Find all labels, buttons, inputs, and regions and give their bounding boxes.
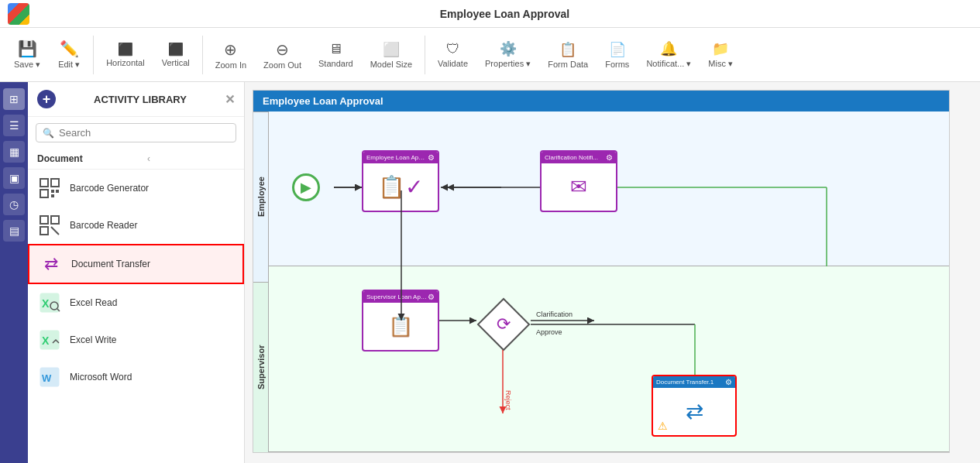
forms-button[interactable]: 📄 Forms <box>597 38 637 72</box>
misc-button[interactable]: 📁 Misc ▾ <box>700 37 741 72</box>
start-icon: ▶ <box>301 179 311 196</box>
activity-panel: + ACTIVITY LIBRARY ✕ 🔍 Document ‹ <box>28 82 245 463</box>
activity-list: Barcode Generator Barcode Reader ⇄ Docum… <box>28 170 244 463</box>
app-logo <box>8 3 29 25</box>
task-clarif-icon: ✉ <box>570 175 587 199</box>
task-loan-icon: 📋✓ <box>378 174 423 200</box>
activity-panel-header: + ACTIVITY LIBRARY ✕ <box>28 82 244 117</box>
form-data-button[interactable]: 📋 Form Data <box>540 38 596 72</box>
task-employee-loan[interactable]: Employee Loan Approv... ⚙ 📋✓ <box>362 150 439 212</box>
lane-labels: Employee Supervisor <box>253 111 269 452</box>
lane-label-employee: Employee <box>253 111 268 282</box>
svg-rect-6 <box>40 216 48 224</box>
zoom-in-label: Zoom In <box>215 60 246 70</box>
close-panel-button[interactable]: ✕ <box>225 92 235 107</box>
canvas-area[interactable]: Employee Loan Approval Employee Supervis… <box>245 82 980 463</box>
page-title: Employee Loan Approval <box>37 8 972 20</box>
notifications-button[interactable]: 🔔 Notificat... ▾ <box>638 37 699 72</box>
edit-button[interactable]: ✏️ Edit ▾ <box>50 36 88 73</box>
notifications-icon: 🔔 <box>660 40 677 57</box>
form-data-icon: 📋 <box>559 41 576 58</box>
standard-button[interactable]: 🖥 Standard <box>311 38 361 71</box>
ms-word-label: Microsoft Word <box>70 372 132 382</box>
sidebar-icon-qr[interactable]: ▣ <box>3 167 25 189</box>
lane-supervisor: Supervisor Loan Appr... ⚙ 📋 <box>269 266 949 452</box>
separator <box>93 36 94 74</box>
process-title: Employee Loan Approval <box>253 91 949 111</box>
task-loan-gear[interactable]: ⚙ <box>428 153 435 162</box>
svg-text:Reject: Reject <box>504 390 512 410</box>
separator-2 <box>202 36 203 74</box>
collapse-panel-button[interactable]: ‹ <box>147 153 150 164</box>
svg-rect-7 <box>51 216 59 224</box>
standard-label: Standard <box>318 59 353 68</box>
header-bar: Employee Loan Approval <box>0 0 980 28</box>
task-doc-gear[interactable]: ⚙ <box>725 378 732 386</box>
activity-item-ms-word[interactable]: W Microsoft Word <box>28 358 244 396</box>
zoom-in-icon: ⊕ <box>224 40 237 59</box>
sidebar-icon-table[interactable]: ▦ <box>3 141 25 163</box>
task-doc-icon: ⇄ <box>686 399 703 424</box>
task-sup-gear[interactable]: ⚙ <box>428 293 435 301</box>
horizontal-label: Horizontal <box>106 58 145 67</box>
save-button[interactable]: 💾 Save ▾ <box>6 36 48 73</box>
separator-3 <box>425 36 425 74</box>
task-clarif-label: Clarification Notifi... <box>545 154 598 161</box>
forms-icon: 📄 <box>609 41 626 58</box>
properties-button[interactable]: ⚙️ Properties ▾ <box>477 37 538 72</box>
sidebar-icon-doc[interactable]: ▤ <box>3 220 25 242</box>
edit-icon: ✏️ <box>60 39 79 58</box>
svg-line-9 <box>51 227 59 235</box>
toolbar: 💾 Save ▾ ✏️ Edit ▾ ⬛ Horizontal ⬛ Vertic… <box>0 28 980 82</box>
horizontal-button[interactable]: ⬛ Horizontal <box>98 39 153 70</box>
zoom-in-button[interactable]: ⊕ Zoom In <box>208 37 254 73</box>
zoom-out-button[interactable]: ⊖ Zoom Out <box>256 37 309 73</box>
sidebar-icon-clock[interactable]: ◷ <box>3 194 25 215</box>
category-title: Document ‹ <box>28 149 244 170</box>
search-input[interactable] <box>59 127 229 139</box>
svg-text:X: X <box>42 334 50 347</box>
task-supervisor-loan[interactable]: Supervisor Loan Appr... ⚙ 📋 <box>362 290 439 352</box>
task-clarif-gear[interactable]: ⚙ <box>606 153 613 162</box>
sidebar-icon-list[interactable]: ☰ <box>3 115 25 136</box>
task-doc-label: Document Transfer.1 <box>656 379 714 386</box>
warning-icon: ⚠ <box>658 420 668 432</box>
task-clarif-notif[interactable]: Clarification Notifi... ⚙ ✉ <box>540 150 617 212</box>
gateway-node[interactable]: ⟳ <box>476 297 531 352</box>
sidebar-icon-grid[interactable]: ⊞ <box>3 88 25 110</box>
model-size-button[interactable]: ⬜ Model Size <box>363 38 420 72</box>
lane-label-supervisor: Supervisor <box>253 282 268 452</box>
activity-item-barcode-gen[interactable]: Barcode Generator <box>28 170 244 207</box>
validate-button[interactable]: 🛡 Validate <box>430 38 476 71</box>
form-data-label: Form Data <box>548 60 588 69</box>
activity-item-doc-transfer[interactable]: ⇄ Document Transfer <box>28 244 244 284</box>
zoom-out-icon: ⊖ <box>276 40 289 59</box>
main-layout: ⊞ ☰ ▦ ▣ ◷ ▤ + ACTIVITY LIBRARY ✕ 🔍 Docum… <box>0 82 980 463</box>
svg-text:Approve: Approve <box>536 328 562 336</box>
activity-item-excel-write[interactable]: X Excel Write <box>28 321 244 358</box>
activity-item-excel-read[interactable]: X Excel Read <box>28 284 244 321</box>
notifications-label: Notificat... ▾ <box>646 59 691 69</box>
lane-employee: ▶ <box>269 111 949 266</box>
activity-item-barcode-read[interactable]: Barcode Reader <box>28 207 244 244</box>
zoom-out-label: Zoom Out <box>263 60 301 70</box>
search-box[interactable]: 🔍 <box>36 123 236 142</box>
vertical-icon: ⬛ <box>168 42 184 57</box>
start-event[interactable]: ▶ <box>292 173 320 201</box>
ms-word-icon: W <box>37 365 62 389</box>
excel-read-label: Excel Read <box>70 297 117 308</box>
search-icon: 🔍 <box>43 128 54 139</box>
task-doc-transfer[interactable]: Document Transfer.1 ⚙ ⇄ ⚠ <box>652 375 737 437</box>
doc-transfer-label: Document Transfer <box>71 259 150 269</box>
barcode-read-icon <box>37 213 62 238</box>
edit-label: Edit ▾ <box>58 60 80 70</box>
svg-text:⟳: ⟳ <box>497 314 511 334</box>
task-sup-label: Supervisor Loan Appr... <box>366 293 428 300</box>
svg-text:Clarification: Clarification <box>536 310 573 318</box>
vertical-button[interactable]: ⬛ Vertical <box>154 39 198 70</box>
barcode-gen-icon <box>37 176 62 201</box>
excel-read-icon: X <box>37 290 62 315</box>
misc-icon: 📁 <box>712 40 729 57</box>
add-activity-button[interactable]: + <box>37 90 56 108</box>
svg-rect-2 <box>40 190 48 197</box>
